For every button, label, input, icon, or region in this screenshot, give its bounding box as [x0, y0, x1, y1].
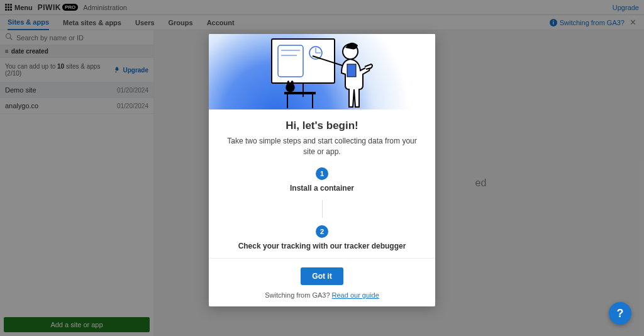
got-it-button[interactable]: Got it — [301, 267, 343, 285]
step-1-badge: 1 — [316, 167, 328, 180]
onboarding-modal: Hi, let's begin! Take two simple steps a… — [209, 34, 435, 306]
step-2-label[interactable]: Check your tracking with our tracker deb… — [224, 242, 420, 250]
step-2-badge: 2 — [316, 225, 328, 238]
help-fab[interactable]: ? — [609, 302, 631, 325]
step-connector — [322, 200, 323, 218]
footer-note-text: Switching from GA3? — [265, 291, 331, 299]
modal-hero — [209, 34, 435, 109]
modal-title: Hi, let's begin! — [224, 120, 420, 132]
step-1-label[interactable]: Install a container — [224, 184, 420, 193]
presenter-illustration-icon — [253, 34, 391, 109]
read-guide-link[interactable]: Read our guide — [332, 291, 379, 299]
svg-rect-10 — [284, 92, 316, 94]
question-icon: ? — [617, 307, 624, 320]
modal-subtitle: Take two simple steps and start collecti… — [224, 136, 420, 157]
svg-rect-14 — [347, 64, 356, 77]
